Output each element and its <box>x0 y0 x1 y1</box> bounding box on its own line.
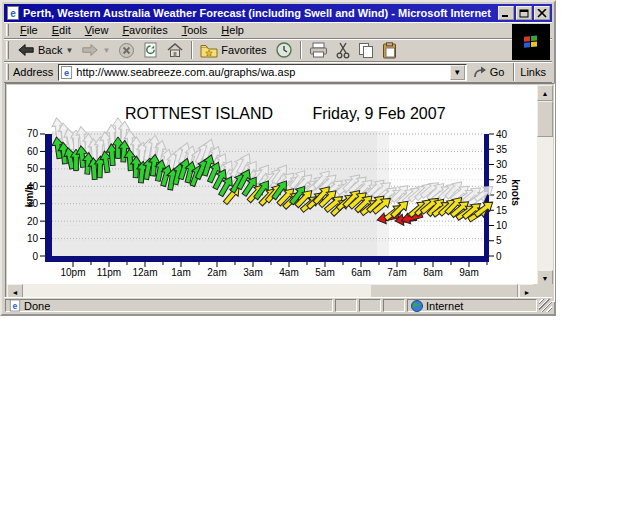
favorites-folder-icon <box>200 43 218 58</box>
y-tick-knots: 0 <box>496 251 502 262</box>
back-label: Back <box>38 44 62 56</box>
y-tick-knots: 5 <box>496 235 502 246</box>
print-icon <box>309 42 328 58</box>
ie-page-icon: e <box>6 6 20 20</box>
x-tick-label: 9am <box>459 267 478 278</box>
y-tick-knots: 20 <box>496 190 508 201</box>
minimize-button[interactable] <box>498 6 514 20</box>
y-tick-knots: 40 <box>496 129 508 140</box>
security-zone-pane: Internet <box>407 299 537 312</box>
close-icon <box>537 9 547 18</box>
status-pane <box>359 299 381 312</box>
status-pane <box>383 299 405 312</box>
copy-button[interactable] <box>354 41 378 60</box>
minimize-icon <box>501 9 511 18</box>
scroll-up-button[interactable]: ▲ <box>537 85 553 101</box>
browser-window: e Perth, Western Australia Weather Forec… <box>0 0 556 316</box>
back-dropdown-caret[interactable]: ▼ <box>65 46 73 55</box>
x-tick-label: 11pm <box>97 267 121 278</box>
maximize-button[interactable] <box>516 6 532 20</box>
y-tick-kmh: 50 <box>27 163 39 174</box>
plot-canvas: 010203040506070051015202530354010pm11pm1… <box>10 87 539 286</box>
svg-text:e: e <box>13 301 18 311</box>
windows-flag-icon <box>522 34 540 50</box>
address-url[interactable]: http://www.seabreeze.com.au/graphs/wa.as… <box>76 66 449 78</box>
x-tick-label: 3am <box>243 267 262 278</box>
print-button[interactable] <box>305 41 332 59</box>
x-tick-label: 2am <box>207 267 226 278</box>
status-message-pane: e Done <box>5 299 333 312</box>
menu-item-view[interactable]: View <box>78 23 116 37</box>
menu-item-edit[interactable]: Edit <box>45 23 78 37</box>
x-tick-label: 8am <box>423 267 442 278</box>
vertical-scroll-thumb[interactable] <box>537 101 553 137</box>
internet-globe-icon <box>411 300 423 312</box>
menu-bar: FileEditViewFavoritesToolsHelp <box>4 22 552 39</box>
favorites-button[interactable]: Favorites <box>196 42 270 59</box>
go-label: Go <box>490 66 505 78</box>
cut-button[interactable] <box>332 41 354 60</box>
favorites-label: Favorites <box>221 44 266 56</box>
x-tick-label: 4am <box>279 267 298 278</box>
cut-scissors-icon <box>336 42 350 59</box>
paste-clipboard-icon <box>382 42 397 59</box>
y-tick-kmh: 10 <box>27 233 39 244</box>
browser-content-area: ROTTNEST ISLAND Friday, 9 Feb 2007 km/h … <box>5 83 555 302</box>
toolbar-grip[interactable] <box>6 41 9 59</box>
y-tick-kmh: 30 <box>27 198 39 209</box>
home-button[interactable] <box>162 41 188 59</box>
home-icon <box>166 42 184 58</box>
menu-item-help[interactable]: Help <box>214 23 251 37</box>
links-button[interactable]: Links <box>518 66 552 78</box>
close-button[interactable] <box>534 6 550 20</box>
page-favicon: e <box>60 66 73 79</box>
stop-icon <box>118 42 135 59</box>
maximize-icon <box>519 9 529 18</box>
y-tick-kmh: 40 <box>27 181 39 192</box>
forward-dropdown-caret[interactable]: ▼ <box>102 46 110 55</box>
history-button[interactable] <box>271 40 297 60</box>
menu-item-tools[interactable]: Tools <box>175 23 215 37</box>
back-arrow-icon <box>17 42 35 58</box>
toolbar-grip[interactable] <box>6 64 9 80</box>
title-bar[interactable]: e Perth, Western Australia Weather Forec… <box>4 4 552 22</box>
forward-arrow-icon <box>81 42 99 58</box>
toolbar-separator <box>513 63 515 81</box>
copy-icon <box>358 42 374 59</box>
wind-forecast-chart: ROTTNEST ISLAND Friday, 9 Feb 2007 km/h … <box>10 87 539 286</box>
address-bar: Address e http://www.seabreeze.com.au/gr… <box>4 62 552 83</box>
stop-button[interactable] <box>114 41 139 60</box>
resize-grip[interactable] <box>539 299 552 312</box>
back-button[interactable]: Back ▼ <box>13 41 77 59</box>
standard-toolbar: Back ▼ ▼ Favorites <box>4 39 552 62</box>
svg-text:e: e <box>64 67 69 77</box>
window-title: Perth, Western Australia Weather Forecas… <box>23 7 494 19</box>
y-tick-knots: 25 <box>496 174 508 185</box>
x-tick-label: 10pm <box>60 267 85 278</box>
paste-button[interactable] <box>378 41 401 60</box>
forward-button[interactable]: ▼ <box>77 41 114 59</box>
throbber-logo <box>512 24 550 60</box>
history-clock-icon <box>275 41 293 59</box>
y-tick-knots: 35 <box>496 144 508 155</box>
y-tick-knots: 10 <box>496 220 508 231</box>
status-message: Done <box>24 300 50 312</box>
y-tick-kmh: 60 <box>27 146 39 157</box>
toolbar-separator <box>191 41 193 59</box>
menu-item-file[interactable]: File <box>13 23 45 37</box>
x-tick-label: 12am <box>132 267 157 278</box>
page-viewport: ROTTNEST ISLAND Friday, 9 Feb 2007 km/h … <box>7 85 540 286</box>
y-tick-knots: 30 <box>496 159 508 170</box>
x-tick-label: 5am <box>315 267 334 278</box>
toolbar-grip[interactable] <box>6 24 9 37</box>
go-button[interactable]: Go <box>467 66 511 79</box>
address-dropdown-button[interactable]: ▼ <box>450 65 465 80</box>
x-tick-label: 7am <box>387 267 406 278</box>
y-tick-kmh: 0 <box>32 251 38 262</box>
vertical-scrollbar[interactable]: ▲ ▼ <box>537 85 553 286</box>
menu-item-favorites[interactable]: Favorites <box>115 23 174 37</box>
address-input[interactable]: e http://www.seabreeze.com.au/graphs/wa.… <box>58 64 466 81</box>
y-tick-knots: 15 <box>496 205 508 216</box>
refresh-button[interactable] <box>139 41 162 60</box>
x-tick-label: 6am <box>351 267 370 278</box>
